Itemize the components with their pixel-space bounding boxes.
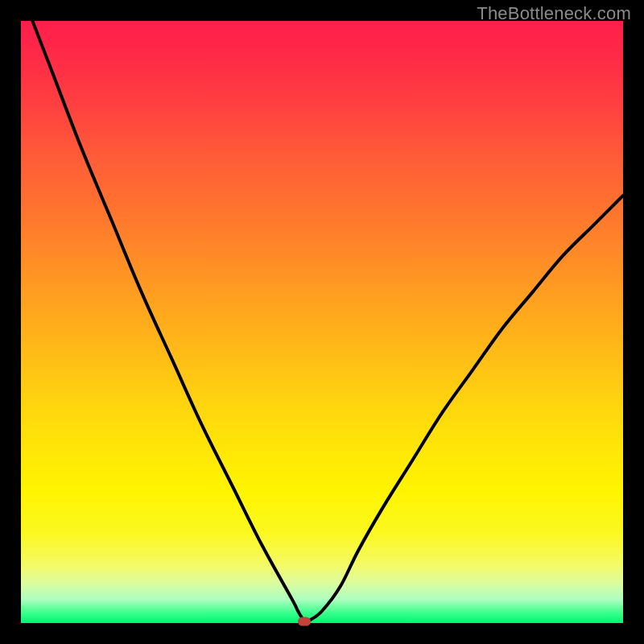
- watermark-text: TheBottleneck.com: [477, 3, 631, 24]
- bottleneck-curve: [21, 21, 623, 623]
- plot-area: [21, 21, 623, 623]
- optimum-marker: [298, 617, 311, 625]
